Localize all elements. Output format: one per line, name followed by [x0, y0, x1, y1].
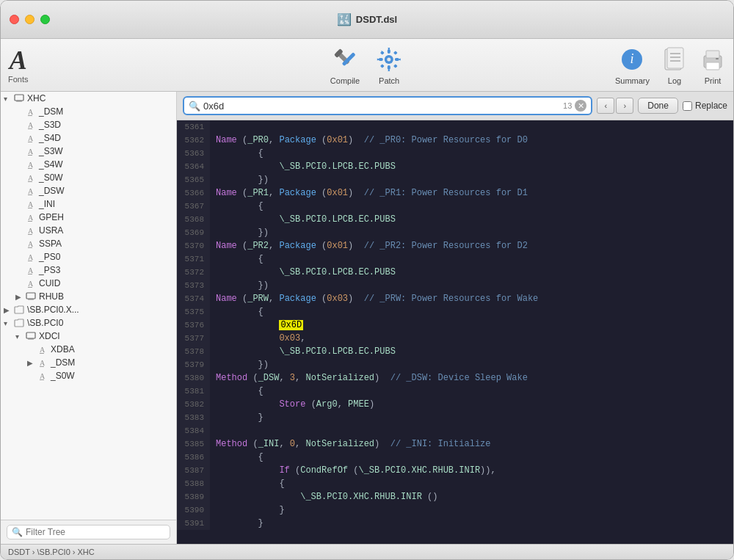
svg-text:A: A	[28, 280, 34, 288]
code-token: ,	[300, 333, 305, 343]
sidebar-item[interactable]: A_S0W	[1, 171, 176, 184]
tree-item-icon: A	[26, 252, 36, 262]
table-row: 5378 \_SB.PCI0.LPCB.EC.PUBS	[177, 345, 733, 358]
line-number: 5369	[177, 226, 210, 239]
tree-item-label: CUID	[39, 278, 60, 288]
tree-item-label: SSPA	[39, 239, 62, 249]
code-token: {	[216, 386, 264, 396]
search-count: 13	[563, 101, 572, 110]
done-button[interactable]: Done	[638, 98, 678, 114]
sidebar-item[interactable]: ▾XDCI	[1, 330, 176, 343]
code-token: ,	[279, 373, 289, 383]
sidebar-item[interactable]: A_S4D	[1, 131, 176, 145]
line-number: 5368	[177, 213, 210, 226]
sidebar-item[interactable]: ▶RHUB	[1, 290, 176, 303]
sidebar-item[interactable]: A_S3W	[1, 145, 176, 158]
code-token: )	[369, 399, 374, 410]
line-code: \_SB.PCI0.XHC.RHUB.INIR ()	[210, 490, 733, 503]
tree-item-icon: A	[26, 186, 36, 196]
tree-item-label: _PS0	[39, 252, 60, 262]
line-number: 5371	[177, 252, 210, 266]
search-input[interactable]	[203, 101, 560, 112]
tree-item-icon: A	[26, 212, 36, 222]
patch-button[interactable]: Patch	[374, 45, 404, 85]
sidebar-item[interactable]: A_PS0	[1, 250, 176, 263]
code-token: (	[316, 294, 327, 304]
sidebar-item[interactable]: ▾\SB.PCI0	[1, 316, 176, 330]
sidebar-item[interactable]: A_DSM	[1, 105, 176, 118]
code-token: PMEE	[348, 399, 369, 410]
svg-rect-25	[15, 95, 23, 101]
code-token: Name	[216, 135, 237, 145]
code-token: (	[316, 241, 327, 251]
table-row: 5373 })	[177, 279, 733, 292]
minimize-button[interactable]	[25, 15, 34, 24]
tree-arrow: ▾	[15, 332, 26, 341]
replace-checkbox[interactable]	[683, 101, 692, 111]
line-number: 5362	[177, 134, 210, 147]
tree-item-icon: A	[26, 265, 36, 275]
close-button[interactable]	[10, 15, 19, 24]
maximize-button[interactable]	[40, 15, 50, 24]
sidebar-item[interactable]: ▶A_DSM	[1, 356, 176, 369]
tree-arrow: ▶	[27, 359, 37, 367]
compile-button[interactable]: Compile	[330, 45, 360, 85]
search-prev-button[interactable]: ‹	[597, 98, 614, 114]
right-panel: 🔍 13 ✕ ‹ › Done Replace	[177, 92, 733, 544]
tree-item-icon: A	[26, 120, 36, 130]
code-token: \_SB.PCI0.LPCB.EC.PUBS	[216, 346, 396, 357]
sidebar-item[interactable]: A_DSW	[1, 184, 176, 197]
table-row: 5375 {	[177, 305, 733, 319]
sidebar-item[interactable]: A_S4W	[1, 158, 176, 171]
svg-text:A: A	[28, 227, 34, 235]
sidebar-item[interactable]: A_INI	[1, 197, 176, 211]
tree-item-label: XDCI	[39, 331, 60, 341]
tree-item-label: _DSW	[39, 186, 65, 196]
sidebar-item[interactable]: A_PS3	[1, 263, 176, 277]
sidebar-item[interactable]: A_S0W	[1, 369, 176, 382]
log-button[interactable]: Log	[661, 45, 688, 85]
sidebar-item[interactable]: A_S3D	[1, 118, 176, 131]
code-editor[interactable]: 53615362Name (_PR0, Package (0x01) // _P…	[177, 120, 733, 544]
filter-input[interactable]	[26, 527, 165, 537]
svg-rect-24	[716, 58, 719, 59]
table-row: 5363 {	[177, 147, 733, 160]
code-token: _PR2	[247, 241, 269, 251]
svg-rect-4	[388, 49, 390, 54]
print-button[interactable]: Print	[700, 45, 726, 85]
code-token: ()	[422, 492, 438, 502]
tree-item-label: \SB.PCI0	[27, 318, 63, 328]
line-code	[210, 424, 733, 437]
table-row: 5362Name (_PR0, Package (0x01) // _PR0: …	[177, 134, 733, 147]
sidebar-item[interactable]: AGPEH	[1, 211, 176, 224]
tree-arrow: ▾	[4, 95, 14, 103]
line-number: 5381	[177, 385, 210, 398]
log-label: Log	[668, 76, 681, 85]
sidebar-item[interactable]: AXDBA	[1, 343, 176, 356]
sidebar-tree[interactable]: ▾XHCA_DSMA_S3DA_S4DA_S3WA_S4WA_S0WA_DSWA…	[1, 92, 176, 520]
sidebar-item[interactable]: ▶\SB.PCI0.X...	[1, 303, 176, 316]
sidebar-item[interactable]: ACUID	[1, 277, 176, 290]
search-clear-button[interactable]: ✕	[575, 100, 586, 112]
table-row: 5380Method (_DSW, 3, NotSerialized) // _…	[177, 371, 733, 385]
table-row: 5387 If (CondRefOf (\_SB.PCI0.XHC.RHUB.I…	[177, 464, 733, 477]
table-row: 5368 \_SB.PCI0.LPCB.EC.PUBS	[177, 213, 733, 226]
sidebar-item[interactable]: ASSPA	[1, 237, 176, 250]
svg-text:A: A	[28, 108, 34, 116]
tree-item-icon: A	[26, 159, 36, 170]
summary-button[interactable]: i Summary	[615, 45, 650, 85]
sidebar-item[interactable]: ▾XHC	[1, 92, 176, 105]
tree-item-icon: A	[26, 225, 36, 236]
line-code: })	[210, 279, 733, 292]
fonts-button[interactable]: A Fonts	[8, 47, 29, 84]
filter-input-wrap: 🔍	[7, 525, 170, 539]
sidebar-item[interactable]: AUSRA	[1, 224, 176, 237]
code-token: )),	[480, 465, 496, 476]
code-token: Name	[216, 241, 237, 251]
window-title-icon: 🔣	[337, 12, 352, 26]
search-next-button[interactable]: ›	[616, 98, 633, 114]
tree-item-icon: A	[37, 357, 48, 368]
line-number: 5380	[177, 371, 210, 385]
svg-rect-56	[28, 299, 34, 300]
svg-text:A: A	[28, 174, 34, 182]
